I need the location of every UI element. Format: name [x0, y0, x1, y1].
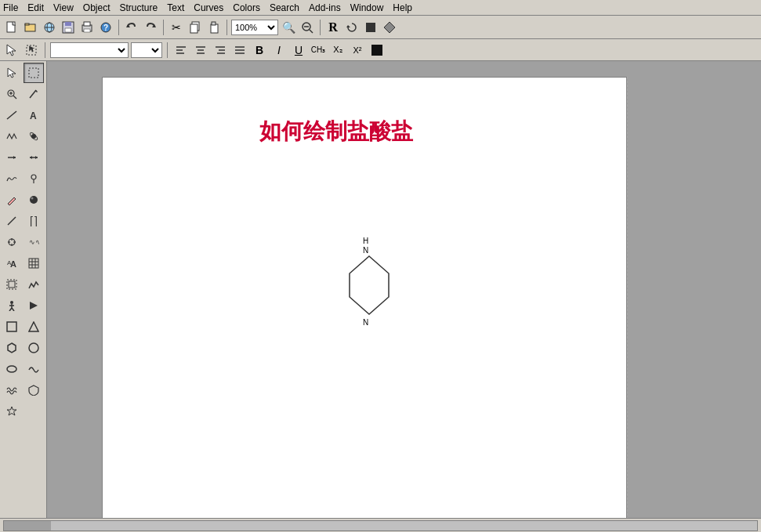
svg-line-85 — [12, 308, 14, 311]
wave-tool[interactable] — [24, 359, 44, 379]
play-tool[interactable] — [24, 295, 44, 316]
font-size-select[interactable] — [131, 42, 162, 58]
new-button[interactable] — [3, 19, 20, 36]
subscript-ch-button[interactable]: CH₃ — [310, 42, 327, 59]
star-tool[interactable] — [2, 401, 22, 422]
horizontal-scrollbar[interactable] — [3, 520, 758, 531]
align-center-button[interactable] — [192, 42, 209, 59]
align-right-button[interactable] — [212, 42, 229, 59]
color-block-button[interactable] — [368, 42, 386, 59]
hexagon-tool[interactable] — [2, 338, 22, 358]
menu-help[interactable]: Help — [393, 2, 412, 13]
svg-point-91 — [7, 366, 16, 372]
open-button[interactable] — [22, 19, 39, 36]
svg-line-63 — [8, 217, 16, 225]
line-tool[interactable] — [2, 211, 22, 231]
menu-edit[interactable]: Edit — [27, 2, 44, 13]
undo-button[interactable] — [123, 19, 140, 36]
subscript-button[interactable]: X₂ — [329, 42, 346, 59]
menu-colors[interactable]: Colors — [233, 2, 260, 13]
filled-diamond-button[interactable] — [381, 19, 398, 36]
select-arrow-tool[interactable] — [2, 63, 22, 83]
zigzag-tool[interactable] — [2, 126, 22, 147]
text-tool[interactable]: A — [24, 105, 44, 125]
canvas-title: 如何绘制盐酸盐 — [259, 117, 413, 147]
cut-button[interactable]: ✂ — [168, 19, 185, 36]
double-arrow-tool[interactable] — [24, 147, 44, 168]
align-left-button[interactable] — [172, 42, 190, 59]
table2-tool[interactable] — [2, 274, 22, 295]
svg-marker-92 — [7, 407, 16, 415]
superscript-button[interactable]: X² — [349, 42, 366, 59]
menu-search[interactable]: Search — [270, 2, 299, 13]
double-wave-tool[interactable] — [2, 380, 22, 400]
menu-text[interactable]: Text — [167, 2, 184, 13]
menu-structure[interactable]: Structure — [120, 2, 158, 13]
triangle-tool[interactable] — [24, 317, 44, 337]
pin-tool[interactable] — [24, 168, 44, 189]
copy-button[interactable] — [187, 19, 204, 36]
earth-button[interactable] — [41, 19, 58, 36]
menu-addins[interactable]: Add-ins — [309, 2, 341, 13]
eraser-tool[interactable] — [2, 190, 22, 210]
menu-view[interactable]: View — [53, 2, 74, 13]
underline-button[interactable]: U — [290, 42, 307, 59]
zoom-out-button[interactable] — [299, 19, 316, 36]
svg-line-50 — [7, 111, 16, 119]
svg-marker-26 — [7, 45, 16, 56]
svg-marker-88 — [29, 322, 38, 331]
svg-line-21 — [310, 30, 313, 33]
svg-point-62 — [31, 197, 34, 200]
pencil-tool[interactable] — [24, 84, 44, 104]
menu-window[interactable]: Window — [350, 2, 384, 13]
menu-object[interactable]: Object — [83, 2, 111, 13]
save-button[interactable] — [60, 19, 77, 36]
rect-shape-tool[interactable] — [2, 317, 22, 337]
chain-tool[interactable] — [24, 274, 44, 295]
svg-text:A: A — [10, 259, 16, 269]
canvas-area[interactable]: 如何绘制盐酸盐 H N N H — [47, 61, 761, 518]
zoom-select[interactable]: 100% 75% 150% 200% — [231, 20, 278, 35]
zoom-in-left[interactable] — [2, 84, 22, 104]
menubar: File Edit View Object Structure Text Cur… — [0, 0, 761, 16]
select-box-tool-left[interactable] — [24, 63, 44, 83]
multi-bond-tool[interactable]: ∿∿ — [24, 232, 44, 252]
svg-text:N: N — [363, 246, 368, 255]
help-button[interactable]: ? — [97, 19, 114, 36]
menu-file[interactable]: File — [3, 2, 18, 13]
italic-button[interactable]: I — [270, 42, 288, 59]
svg-rect-43 — [29, 68, 38, 78]
redo-button[interactable] — [142, 19, 159, 36]
sphere-tool[interactable] — [24, 190, 44, 210]
person-tool[interactable] — [2, 295, 22, 316]
select-box-tool[interactable] — [23, 42, 40, 59]
svg-marker-58 — [30, 156, 32, 159]
justify-button[interactable] — [231, 42, 248, 59]
text-size-tool[interactable]: AA — [2, 253, 22, 273]
rotate-button[interactable] — [343, 19, 361, 36]
circle-tool[interactable] — [24, 338, 44, 358]
menu-curves[interactable]: Curves — [194, 2, 223, 13]
wavy-line-tool[interactable] — [2, 168, 22, 189]
shield-tool[interactable] — [24, 380, 44, 400]
svg-text:A: A — [30, 110, 37, 121]
paste-button[interactable] — [205, 19, 223, 36]
font-select[interactable] — [50, 42, 129, 58]
svg-rect-10 — [84, 22, 90, 26]
oval-tool[interactable] — [2, 359, 22, 379]
atom-tool[interactable] — [24, 126, 44, 147]
table-tool[interactable] — [24, 253, 44, 273]
svg-rect-2 — [25, 24, 29, 25]
zoom-in-button[interactable]: 🔍 — [280, 19, 297, 36]
print-button[interactable] — [78, 19, 96, 36]
arrow-tool[interactable] — [2, 147, 22, 168]
select-tool[interactable] — [3, 42, 20, 59]
filled-rect-button[interactable] — [362, 19, 379, 36]
crosshair-tool[interactable] — [2, 232, 22, 252]
r-button[interactable]: R — [324, 19, 342, 36]
svg-marker-95 — [350, 256, 389, 314]
bold-button[interactable]: B — [251, 42, 268, 59]
scrollbar-thumb[interactable] — [4, 521, 51, 530]
bracket-tool[interactable]: [] — [24, 211, 44, 231]
bond-tool[interactable] — [2, 105, 22, 125]
